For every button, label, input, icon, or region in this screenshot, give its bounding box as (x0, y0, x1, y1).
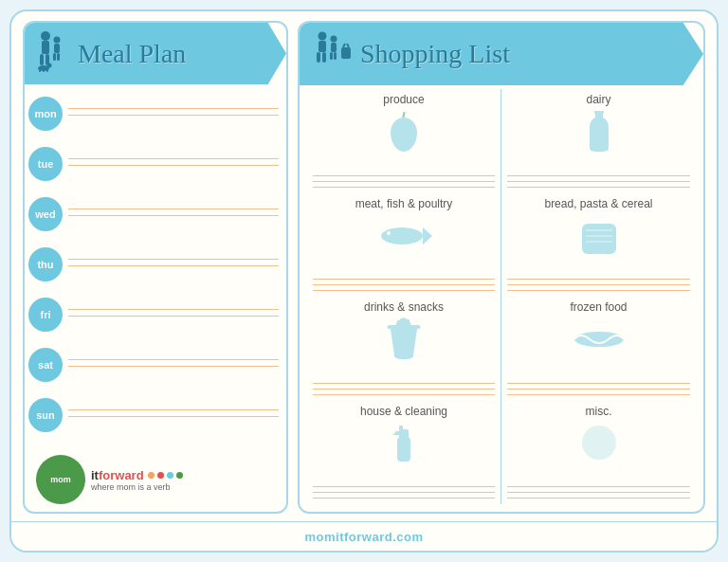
day-circle-sat: sat (28, 348, 63, 382)
svg-rect-30 (586, 229, 612, 231)
frozen-lines (507, 363, 690, 397)
day-line (68, 265, 279, 266)
meal-plan-header: Meal Plan (25, 23, 286, 84)
shopping-list-header: Shopping List (300, 23, 703, 85)
page-footer: momitforward.com (11, 521, 717, 551)
apple-icon (313, 108, 495, 155)
logo-tagline: where mom is a verb (91, 482, 183, 492)
shop-line (313, 284, 495, 285)
day-line (68, 366, 279, 367)
shopping-list-body: produce (300, 85, 703, 512)
svg-marker-27 (423, 227, 432, 245)
day-lines-fri (68, 309, 279, 320)
shop-line (507, 394, 690, 395)
day-lines-sun (68, 409, 279, 421)
shop-line (313, 389, 495, 390)
day-line (68, 409, 279, 410)
day-circle-fri: fri (28, 298, 63, 332)
section-drinks: drinks & snacks (307, 297, 501, 401)
day-lines-wed (68, 208, 279, 220)
svg-point-39 (582, 426, 616, 460)
day-line (68, 215, 279, 216)
svg-line-23 (347, 44, 349, 47)
meal-plan-body: mon tue (25, 84, 286, 449)
day-circle-mon: mon (28, 97, 63, 131)
section-bread: bread, pasta & cereal (501, 193, 696, 298)
day-line (68, 165, 279, 166)
svg-rect-10 (39, 68, 41, 72)
svg-rect-18 (331, 43, 337, 52)
svg-rect-7 (57, 53, 60, 61)
day-line (68, 208, 279, 209)
section-drinks-title: drinks & snacks (313, 300, 495, 314)
shopping-icon (311, 30, 353, 78)
shopping-list-title: Shopping List (360, 39, 510, 69)
day-lines-mon (68, 108, 279, 119)
shop-line (507, 383, 690, 384)
day-row-wed: wed (25, 190, 279, 237)
svg-point-33 (574, 332, 624, 347)
bread-lines (507, 260, 690, 294)
shop-line (507, 181, 690, 182)
svg-line-22 (343, 44, 345, 47)
svg-rect-15 (317, 52, 320, 63)
svg-point-17 (331, 36, 337, 43)
day-row-thu: thu (25, 241, 279, 287)
day-line (68, 316, 279, 317)
footer-url: momitforward.com (304, 530, 423, 544)
day-line (68, 416, 279, 417)
shop-line (313, 383, 495, 384)
svg-rect-2 (40, 54, 44, 65)
day-row-fri: fri (25, 291, 279, 337)
meat-lines (313, 260, 495, 294)
logo-forward: forward (99, 468, 144, 482)
page: Meal Plan mon tue (9, 9, 719, 553)
dot-4 (176, 472, 183, 479)
svg-rect-32 (586, 241, 612, 243)
shop-line (313, 175, 495, 176)
day-line (68, 259, 279, 260)
section-frozen: frozen food (501, 297, 696, 401)
svg-point-4 (54, 37, 61, 44)
section-meat-title: meat, fish & poultry (313, 197, 495, 210)
day-circle-sun: sun (28, 398, 63, 432)
svg-rect-5 (54, 44, 60, 53)
shop-line (313, 181, 495, 182)
meal-plan-icon (36, 30, 70, 77)
day-row-tue: tue (25, 140, 279, 187)
house-lines (313, 467, 495, 501)
section-misc-title: misc. (507, 405, 690, 418)
shop-line (313, 498, 495, 499)
svg-rect-16 (322, 52, 326, 63)
shop-line (507, 492, 690, 493)
svg-rect-37 (393, 433, 397, 435)
spray-icon (313, 420, 495, 467)
svg-point-26 (381, 227, 423, 245)
svg-rect-1 (42, 41, 49, 54)
section-frozen-title: frozen food (507, 300, 690, 314)
svg-rect-19 (330, 52, 333, 60)
svg-rect-34 (397, 437, 410, 462)
produce-lines (313, 155, 495, 190)
logo-row: it forward (91, 468, 183, 482)
day-lines-sat (68, 359, 279, 371)
section-house-title: house & cleaning (313, 405, 495, 418)
dairy-lines (507, 155, 690, 190)
meal-plan-panel: Meal Plan mon tue (23, 21, 288, 514)
logo-circle: mom (36, 455, 85, 504)
day-line (68, 359, 279, 360)
shop-line (313, 486, 495, 487)
logo-it: it (91, 468, 99, 482)
shop-line (507, 290, 690, 291)
day-line (68, 158, 279, 159)
meal-plan-title: Meal Plan (78, 39, 186, 69)
section-dairy-title: dairy (507, 93, 690, 106)
svg-rect-6 (53, 53, 56, 61)
dot-3 (167, 472, 173, 479)
shop-line (313, 290, 495, 291)
section-produce: produce (307, 89, 501, 193)
logo-text: it forward where mom is a verb (91, 468, 183, 492)
section-produce-title: produce (313, 93, 495, 106)
section-house: house & cleaning (307, 401, 501, 505)
day-lines-tue (68, 158, 279, 170)
